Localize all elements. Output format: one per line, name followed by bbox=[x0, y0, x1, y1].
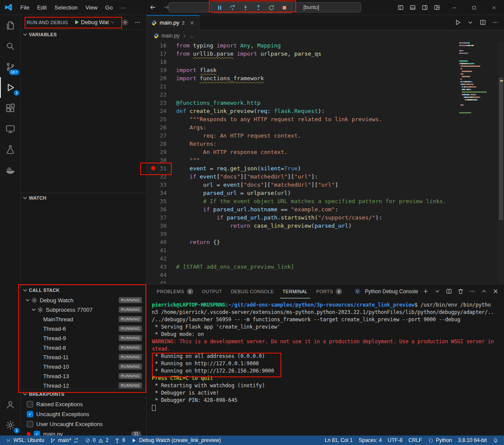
code-line-35[interactable]: 35 # If the event object URL matches a s… bbox=[147, 197, 459, 205]
line-number[interactable]: 28 bbox=[147, 140, 167, 148]
line-number[interactable]: 29 bbox=[147, 148, 167, 156]
status-git-branch[interactable]: main* bbox=[47, 436, 82, 445]
status-notifications[interactable] bbox=[490, 436, 501, 445]
code-line-44[interactable]: 44 bbox=[147, 271, 459, 279]
code-line-28[interactable]: 28 Returns: bbox=[147, 140, 459, 148]
panel-tab-problems[interactable]: PROBLEMS2 bbox=[154, 284, 196, 298]
breakpoint-item[interactable]: Raised Exceptions bbox=[21, 399, 146, 409]
line-number[interactable]: 34 bbox=[147, 189, 167, 197]
line-number[interactable]: 37 bbox=[147, 213, 167, 222]
line-number[interactable]: 24 bbox=[147, 107, 167, 115]
line-number[interactable]: 16 bbox=[147, 41, 167, 50]
line-number[interactable]: 42 bbox=[147, 254, 167, 263]
line-number[interactable]: 18 bbox=[147, 58, 167, 66]
line-number[interactable]: 20 bbox=[147, 74, 167, 82]
breakpoint-checkbox[interactable]: ✓ bbox=[27, 411, 33, 417]
status-python-interpreter[interactable]: 3.8.10 64-bit bbox=[455, 436, 490, 445]
code-line-41[interactable]: 41 bbox=[147, 246, 459, 254]
layout-sidebar-right-button[interactable] bbox=[422, 4, 428, 11]
code-line-18[interactable]: 18 bbox=[147, 58, 459, 66]
code-line-39[interactable]: 39 bbox=[147, 230, 459, 238]
maximize-button[interactable] bbox=[464, 0, 484, 15]
close-button[interactable] bbox=[484, 0, 504, 15]
run-python-button[interactable] bbox=[454, 19, 461, 26]
line-number[interactable]: 44 bbox=[147, 271, 167, 279]
menu-edit[interactable]: Edit bbox=[33, 0, 50, 15]
status-forwarded-ports[interactable]: 6 bbox=[111, 436, 128, 445]
line-number[interactable]: 17 bbox=[147, 50, 167, 58]
restart-button[interactable] bbox=[266, 3, 276, 12]
line-number[interactable]: 30 bbox=[147, 156, 167, 164]
close-icon[interactable] bbox=[189, 20, 195, 26]
line-number[interactable]: 19 bbox=[147, 66, 167, 74]
code-line-19[interactable]: 19import flask bbox=[147, 66, 459, 74]
line-number[interactable]: 33 bbox=[147, 181, 167, 189]
line-number[interactable]: 41 bbox=[147, 246, 167, 254]
line-number[interactable]: 36 bbox=[147, 205, 167, 213]
code-line-34[interactable]: 34 parsed_url = urlparse(url) bbox=[147, 189, 459, 197]
activity-source-control[interactable]: 1K+ bbox=[0, 56, 21, 77]
status-remote-indicator[interactable]: WSL: Ubuntu bbox=[3, 436, 47, 445]
call-stack-item[interactable]: Thread-11RUNNING bbox=[21, 352, 146, 362]
add-button[interactable] bbox=[422, 288, 429, 295]
chevron-up-button[interactable] bbox=[481, 288, 487, 295]
status-debug-status[interactable]: Debug Watch (create_link_preview) bbox=[128, 436, 224, 445]
trash-button[interactable] bbox=[457, 288, 464, 295]
panel-tab-debug-console[interactable]: DEBUG CONSOLE bbox=[228, 284, 277, 298]
line-number[interactable]: 38 bbox=[147, 222, 167, 230]
code-line-27[interactable]: 27 req: An HTTP request context. bbox=[147, 132, 459, 140]
code-line-36[interactable]: 36 if parsed_url.hostname == "example.co… bbox=[147, 205, 459, 213]
call-stack-item[interactable]: Debug WatchRUNNING bbox=[21, 295, 146, 305]
code-line-45[interactable]: 45 bbox=[147, 279, 459, 284]
breakpoint-item[interactable]: User Uncaught Exceptions bbox=[21, 419, 146, 429]
menu-view[interactable]: View bbox=[82, 0, 101, 15]
breakpoints-header[interactable]: BREAKPOINTS bbox=[21, 389, 146, 398]
watch-header[interactable]: WATCH bbox=[21, 193, 146, 202]
activity-settings-gear[interactable]: 1 bbox=[0, 415, 21, 436]
code-line-21[interactable]: 21 bbox=[147, 82, 459, 91]
minimize-button[interactable] bbox=[444, 0, 464, 15]
status-indentation[interactable]: Spaces: 4 bbox=[356, 436, 384, 445]
code-line-16[interactable]: 16from typing import Any, Mapping bbox=[147, 41, 459, 50]
breakpoint-checkbox[interactable] bbox=[27, 421, 33, 427]
editor-scrollbar[interactable] bbox=[498, 41, 504, 284]
step-out-button[interactable] bbox=[253, 3, 263, 12]
scrollbar-thumb[interactable] bbox=[499, 78, 503, 220]
call-stack-item[interactable]: Thread-9RUNNING bbox=[21, 333, 146, 343]
code-line-20[interactable]: 20import functions_framework bbox=[147, 74, 459, 82]
line-number[interactable]: 39 bbox=[147, 230, 167, 238]
line-number[interactable]: 32 bbox=[147, 172, 167, 181]
code-line-31[interactable]: 31 event = req.get_json(silent=True) bbox=[147, 164, 459, 172]
split-editor-button[interactable] bbox=[479, 19, 486, 26]
layout-panel-button[interactable] bbox=[410, 4, 416, 11]
play-icon[interactable] bbox=[73, 19, 80, 25]
terminal-profile-label[interactable]: Python Debug Console bbox=[365, 288, 418, 295]
call-stack-item[interactable]: MainThreadRUNNING bbox=[21, 314, 146, 324]
code-line-25[interactable]: 25 """Responds to any HTTP request relat… bbox=[147, 115, 459, 123]
status-cursor-position[interactable]: Ln 81, Col 1 bbox=[321, 436, 356, 445]
code-line-30[interactable]: 30 """ bbox=[147, 156, 459, 164]
more-actions-button[interactable] bbox=[492, 19, 499, 26]
breakpoint-checkbox[interactable] bbox=[27, 401, 33, 407]
line-number[interactable]: 23 bbox=[147, 99, 167, 107]
chevron-down-button[interactable] bbox=[467, 19, 474, 26]
code-line-32[interactable]: 32 if event["docs"]["matchedUrl"]["url"]… bbox=[147, 172, 459, 181]
line-number[interactable]: 35 bbox=[147, 197, 167, 205]
variables-header[interactable]: VARIABLES bbox=[21, 29, 146, 39]
status-encoding[interactable]: UTF-8 bbox=[385, 436, 406, 445]
status-problems[interactable]: 02 bbox=[82, 436, 111, 445]
more-actions-button[interactable] bbox=[469, 288, 476, 295]
panel-tab-ports[interactable]: PORTS6 bbox=[314, 284, 345, 298]
activity-run-debug[interactable]: 1 bbox=[0, 77, 21, 98]
code-line-40[interactable]: 40 return {} bbox=[147, 238, 459, 246]
chevron-down-button[interactable] bbox=[434, 288, 441, 295]
code-line-17[interactable]: 17from urllib.parse import urlparse, par… bbox=[147, 50, 459, 58]
line-number[interactable]: 40 bbox=[147, 238, 167, 246]
line-number[interactable]: 27 bbox=[147, 132, 167, 140]
layout-sidebar-left-button[interactable] bbox=[397, 4, 404, 11]
code-line-42[interactable]: 42 bbox=[147, 254, 459, 263]
call-stack-item[interactable]: Subprocess 77007RUNNING bbox=[21, 305, 146, 314]
status-language-mode[interactable]: Python bbox=[425, 436, 455, 445]
call-stack-item[interactable]: Thread-8RUNNING bbox=[21, 343, 146, 352]
code-line-37[interactable]: 37 if parsed_url.path.startswith("/suppo… bbox=[147, 213, 459, 222]
